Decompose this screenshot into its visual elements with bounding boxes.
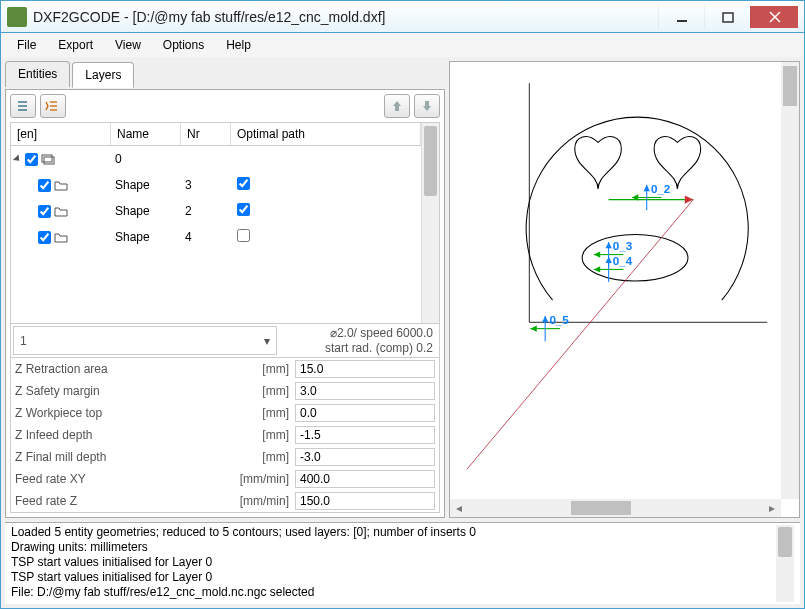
col-optimal[interactable]: Optimal path xyxy=(231,123,421,145)
expand-icon[interactable] xyxy=(13,154,22,163)
param-row: Z Safety margin[mm] xyxy=(11,380,439,402)
marker-0_2: 0_2 xyxy=(632,182,670,210)
param-input[interactable] xyxy=(295,382,435,400)
param-input[interactable] xyxy=(295,470,435,488)
drawing-canvas[interactable]: 0_2 0_3 0_4 0_5 xyxy=(450,62,799,517)
col-name[interactable]: Name xyxy=(111,123,181,145)
move-up-button[interactable] xyxy=(384,94,410,118)
close-button[interactable] xyxy=(750,6,798,28)
row-name: Shape xyxy=(111,178,181,192)
drawing-viewport[interactable]: 0_2 0_3 0_4 0_5 ▴ ◂▸ xyxy=(449,61,800,518)
tool-selector[interactable]: 1 ▾ xyxy=(13,326,277,355)
tree-row[interactable]: 0 xyxy=(11,146,421,172)
enable-checkbox[interactable] xyxy=(38,179,51,192)
menu-view[interactable]: View xyxy=(105,35,151,55)
col-en[interactable]: [en] xyxy=(11,123,111,145)
param-row: Z Retraction area[mm] xyxy=(11,358,439,380)
row-optimal xyxy=(231,203,421,219)
tree-row[interactable]: Shape3 xyxy=(11,172,421,198)
param-unit: [mm] xyxy=(225,450,295,464)
param-row: Z Workpiece top[mm] xyxy=(11,402,439,424)
tab-entities[interactable]: Entities xyxy=(5,61,70,87)
expand-all-button[interactable] xyxy=(40,94,66,118)
param-input[interactable] xyxy=(295,492,435,510)
svg-point-14 xyxy=(582,235,688,282)
svg-text:0_3: 0_3 xyxy=(613,239,633,252)
scroll-right-icon[interactable]: ▸ xyxy=(763,501,781,515)
param-label: Feed rate XY xyxy=(15,472,225,486)
maximize-button[interactable] xyxy=(704,5,750,29)
param-unit: [mm] xyxy=(225,406,295,420)
viewport-hscroll[interactable]: ◂▸ xyxy=(450,499,781,517)
optimal-checkbox[interactable] xyxy=(237,203,250,216)
param-label: Z Workpiece top xyxy=(15,406,225,420)
param-unit: [mm/min] xyxy=(225,472,295,486)
param-input[interactable] xyxy=(295,448,435,466)
param-label: Z Final mill depth xyxy=(15,450,225,464)
param-label: Z Infeed depth xyxy=(15,428,225,442)
param-label: Feed rate Z xyxy=(15,494,225,508)
row-nr: 4 xyxy=(181,230,231,244)
log-text[interactable]: Loaded 5 entity geometries; reduced to 5… xyxy=(11,525,776,602)
tree-vscroll[interactable] xyxy=(421,123,439,323)
minimize-button[interactable] xyxy=(658,5,704,29)
collapse-all-button[interactable] xyxy=(10,94,36,118)
tool-info-row: 1 ▾ ⌀2.0/ speed 6000.0 start rad. (comp)… xyxy=(10,324,440,358)
layers-tree: [en] Name Nr Optimal path 0Shape3Shape2S… xyxy=(10,122,440,324)
enable-checkbox[interactable] xyxy=(25,153,38,166)
folder-icon xyxy=(54,205,68,217)
param-input[interactable] xyxy=(295,360,435,378)
move-down-button[interactable] xyxy=(414,94,440,118)
row-nr: 3 xyxy=(181,178,231,192)
svg-line-16 xyxy=(467,200,693,470)
titlebar[interactable]: DXF2GCODE - [D:/@my fab stuff/res/e12_cn… xyxy=(1,1,804,33)
main-row: Entities Layers [en] xyxy=(1,57,804,522)
col-nr[interactable]: Nr xyxy=(181,123,231,145)
menu-export[interactable]: Export xyxy=(48,35,103,55)
menu-help[interactable]: Help xyxy=(216,35,261,55)
log-vscroll[interactable] xyxy=(776,525,794,602)
svg-marker-23 xyxy=(594,251,600,257)
layers-toolbar xyxy=(10,94,440,118)
tree-body[interactable]: 0Shape3Shape2Shape4 xyxy=(11,146,421,256)
enable-checkbox[interactable] xyxy=(38,205,51,218)
window-title: DXF2GCODE - [D:/@my fab stuff/res/e12_cn… xyxy=(33,9,658,25)
svg-marker-33 xyxy=(530,325,536,331)
tab-layers[interactable]: Layers xyxy=(72,62,134,88)
param-row: Feed rate Z[mm/min] xyxy=(11,490,439,512)
left-column: Entities Layers [en] xyxy=(5,61,445,518)
svg-rect-1 xyxy=(723,13,733,22)
layers-panel: [en] Name Nr Optimal path 0Shape3Shape2S… xyxy=(5,89,445,518)
menu-options[interactable]: Options xyxy=(153,35,214,55)
chevron-down-icon: ▾ xyxy=(264,334,270,348)
param-unit: [mm/min] xyxy=(225,494,295,508)
marker-0_5: 0_5 xyxy=(530,313,569,341)
layer-icon xyxy=(41,153,55,165)
param-input[interactable] xyxy=(295,426,435,444)
row-optimal xyxy=(231,229,421,245)
enable-checkbox[interactable] xyxy=(38,231,51,244)
menubar: File Export View Options Help xyxy=(1,33,804,57)
tool-info-text: ⌀2.0/ speed 6000.0 start rad. (comp) 0.2 xyxy=(279,324,439,357)
param-unit: [mm] xyxy=(225,362,295,376)
folder-icon xyxy=(54,179,68,191)
param-input[interactable] xyxy=(295,404,435,422)
log-panel: Loaded 5 entity geometries; reduced to 5… xyxy=(5,522,800,604)
params-table: Z Retraction area[mm]Z Safety margin[mm]… xyxy=(10,358,440,513)
svg-marker-20 xyxy=(644,185,650,191)
svg-marker-30 xyxy=(605,257,611,263)
param-unit: [mm] xyxy=(225,384,295,398)
param-row: Feed rate XY[mm/min] xyxy=(11,468,439,490)
optimal-checkbox[interactable] xyxy=(237,177,250,190)
scroll-left-icon[interactable]: ◂ xyxy=(450,501,468,515)
tree-row[interactable]: Shape2 xyxy=(11,198,421,224)
row-optimal xyxy=(231,177,421,193)
param-unit: [mm] xyxy=(225,428,295,442)
optimal-checkbox[interactable] xyxy=(237,229,250,242)
tool-selector-value: 1 xyxy=(20,334,27,348)
row-name: 0 xyxy=(111,152,181,166)
tree-row[interactable]: Shape4 xyxy=(11,224,421,250)
menu-file[interactable]: File xyxy=(7,35,46,55)
viewport-vscroll[interactable]: ▴ xyxy=(781,62,799,499)
svg-marker-37 xyxy=(685,195,693,203)
